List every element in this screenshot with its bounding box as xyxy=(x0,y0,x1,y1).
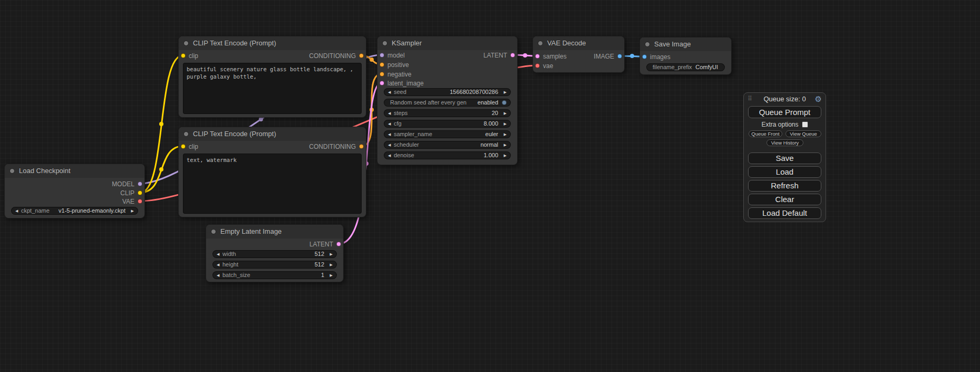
load-default-button[interactable]: Load Default xyxy=(748,207,821,219)
input-model[interactable]: model xyxy=(377,52,405,59)
ckpt-name-widget[interactable]: ◀ ckpt_name v1-5-pruned-emaonly.ckpt ▶ xyxy=(11,207,138,215)
node-load-checkpoint[interactable]: Load Checkpoint MODEL CLIP VAE ◀ ckpt_na… xyxy=(4,164,145,218)
wire-samples-midpoint[interactable] xyxy=(523,53,527,58)
node-empty-latent-image[interactable]: Empty Latent Image LATENT ◀ width 512 ▶ … xyxy=(206,224,344,282)
output-vae[interactable]: VAE xyxy=(122,198,144,205)
input-latent-image[interactable]: latent_image xyxy=(377,80,424,87)
queue-panel[interactable]: ⠿ Queue size: 0 ⚙ Queue Prompt Extra opt… xyxy=(743,92,826,222)
filename-prefix-widget[interactable]: filename_prefix ComfyUI xyxy=(646,63,725,71)
wire-model-midpoint[interactable] xyxy=(259,117,263,121)
input-images[interactable]: images xyxy=(640,53,671,61)
sampler-name-widget[interactable]: ◀ sampler_name euler ▶ xyxy=(384,130,511,138)
batch-size-widget[interactable]: ◀ batch_size 1 ▶ xyxy=(212,271,337,279)
right-arrow-icon[interactable]: ▶ xyxy=(501,120,507,127)
vae-slot-dot[interactable] xyxy=(535,63,540,68)
output-clip[interactable]: CLIP xyxy=(120,189,144,197)
denoise-widget[interactable]: ◀ denoise 1.000 ▶ xyxy=(384,151,511,159)
output-latent[interactable]: LATENT xyxy=(483,52,517,59)
queue-front-button[interactable]: Queue Front xyxy=(749,130,782,137)
left-arrow-icon[interactable]: ◀ xyxy=(388,110,394,117)
toggle-dot-icon[interactable] xyxy=(502,100,507,105)
seed-widget[interactable]: ◀ seed 156680208700286 ▶ xyxy=(384,88,511,96)
output-latent[interactable]: LATENT xyxy=(309,241,343,248)
input-clip[interactable]: clip xyxy=(179,143,198,150)
conditioning-slot-dot[interactable] xyxy=(359,144,364,149)
extra-options-checkbox[interactable] xyxy=(802,121,808,128)
gear-icon[interactable]: ⚙ xyxy=(815,94,822,104)
height-widget[interactable]: ◀ height 512 ▶ xyxy=(212,261,337,269)
left-arrow-icon[interactable]: ◀ xyxy=(217,251,222,257)
right-arrow-icon[interactable]: ▶ xyxy=(327,251,333,257)
right-arrow-icon[interactable]: ▶ xyxy=(327,261,333,268)
node-graph-canvas[interactable]: Load Checkpoint MODEL CLIP VAE ◀ ckpt_na… xyxy=(0,0,980,372)
right-arrow-icon[interactable]: ▶ xyxy=(501,110,507,117)
clear-button[interactable]: Clear xyxy=(748,194,821,205)
cfg-widget[interactable]: ◀ cfg 8.000 ▶ xyxy=(384,120,511,128)
ksampler-title-bar[interactable]: KSampler xyxy=(377,36,517,50)
random-seed-widget[interactable]: Random seed after every gen enabled xyxy=(384,99,511,107)
output-image[interactable]: IMAGE xyxy=(594,53,624,60)
left-arrow-icon[interactable]: ◀ xyxy=(217,272,222,279)
conditioning-slot-dot[interactable] xyxy=(359,53,364,58)
right-arrow-icon[interactable]: ▶ xyxy=(501,131,507,138)
right-arrow-icon[interactable]: ▶ xyxy=(501,152,507,159)
model-slot-dot[interactable] xyxy=(138,182,142,186)
queue-prompt-button[interactable]: Queue Prompt xyxy=(748,106,821,118)
save-button[interactable]: Save xyxy=(748,152,821,164)
node-clip-text-encode-negative[interactable]: CLIP Text Encode (Prompt) clip CONDITION… xyxy=(178,127,366,217)
wire-image-midpoint[interactable] xyxy=(630,54,634,58)
node-vae-decode[interactable]: VAE Decode samples vae IMAGE xyxy=(532,36,625,73)
vae-decode-title-bar[interactable]: VAE Decode xyxy=(533,36,624,50)
input-vae[interactable]: vae xyxy=(533,62,553,70)
left-arrow-icon[interactable]: ◀ xyxy=(15,207,21,214)
scheduler-widget[interactable]: ◀ scheduler normal ▶ xyxy=(384,141,511,149)
collapse-dot-icon[interactable] xyxy=(183,131,189,137)
conditioning-slot-dot[interactable] xyxy=(380,62,384,67)
view-queue-button[interactable]: View Queue xyxy=(785,130,821,137)
right-arrow-icon[interactable]: ▶ xyxy=(327,272,333,279)
collapse-dot-icon[interactable] xyxy=(211,229,216,234)
left-arrow-icon[interactable]: ◀ xyxy=(388,131,394,138)
clip-negative-title-bar[interactable]: CLIP Text Encode (Prompt) xyxy=(179,127,366,141)
input-clip[interactable]: clip xyxy=(179,52,198,60)
right-arrow-icon[interactable]: ▶ xyxy=(501,141,507,148)
latent-slot-dot[interactable] xyxy=(336,242,341,246)
latent-slot-dot[interactable] xyxy=(510,53,515,58)
view-history-button[interactable]: View History xyxy=(766,139,803,146)
latent-slot-dot[interactable] xyxy=(380,81,384,85)
input-positive[interactable]: positive xyxy=(377,61,409,69)
load-button[interactable]: Load xyxy=(748,166,821,178)
image-slot-dot[interactable] xyxy=(617,54,622,59)
node-clip-text-encode-positive[interactable]: CLIP Text Encode (Prompt) clip CONDITION… xyxy=(178,36,366,118)
empty-latent-title-bar[interactable]: Empty Latent Image xyxy=(206,225,343,239)
collapse-dot-icon[interactable] xyxy=(9,168,15,174)
wire-positive-midpoint[interactable] xyxy=(370,58,374,62)
clip-slot-dot[interactable] xyxy=(181,144,186,149)
clip-slot-dot[interactable] xyxy=(181,53,186,58)
left-arrow-icon[interactable]: ◀ xyxy=(217,261,222,268)
clip-slot-dot[interactable] xyxy=(138,190,142,195)
vae-slot-dot[interactable] xyxy=(138,199,142,204)
load-checkpoint-title-bar[interactable]: Load Checkpoint xyxy=(5,164,144,178)
input-samples[interactable]: samples xyxy=(533,53,567,60)
steps-widget[interactable]: ◀ steps 20 ▶ xyxy=(384,109,511,117)
positive-prompt-textarea[interactable]: beautiful scenery nature glass bottle la… xyxy=(183,63,362,114)
right-arrow-icon[interactable]: ▶ xyxy=(128,207,134,214)
image-slot-dot[interactable] xyxy=(642,54,647,59)
wire-clip-midpoint-2[interactable] xyxy=(159,167,163,171)
collapse-dot-icon[interactable] xyxy=(183,41,189,46)
negative-prompt-textarea[interactable]: text, watermark xyxy=(183,154,362,214)
collapse-dot-icon[interactable] xyxy=(538,41,543,46)
output-model[interactable]: MODEL xyxy=(112,180,144,188)
clip-positive-title-bar[interactable]: CLIP Text Encode (Prompt) xyxy=(179,36,366,50)
wire-clip-midpoint-1[interactable] xyxy=(159,122,163,126)
output-conditioning[interactable]: CONDITIONING xyxy=(309,143,366,150)
input-negative[interactable]: negative xyxy=(377,71,411,78)
collapse-dot-icon[interactable] xyxy=(645,42,650,47)
model-slot-dot[interactable] xyxy=(380,53,384,58)
left-arrow-icon[interactable]: ◀ xyxy=(388,120,394,127)
node-save-image[interactable]: Save Image images filename_prefix ComfyU… xyxy=(639,37,732,75)
width-widget[interactable]: ◀ width 512 ▶ xyxy=(212,250,337,258)
right-arrow-icon[interactable]: ▶ xyxy=(501,89,507,96)
output-conditioning[interactable]: CONDITIONING xyxy=(309,52,366,60)
